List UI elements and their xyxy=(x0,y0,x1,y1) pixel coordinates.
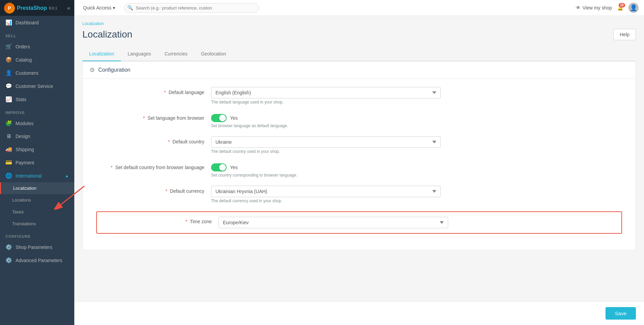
customers-icon: 👤 xyxy=(5,70,12,76)
user-avatar[interactable]: 👤 xyxy=(628,3,639,13)
sidebar-subitem-label: Localization xyxy=(13,186,36,191)
sidebar-item-design[interactable]: 🖥 Design xyxy=(0,130,74,143)
sidebar-item-international[interactable]: 🌐 International ▲ xyxy=(0,169,74,182)
required-star: * xyxy=(143,115,145,121)
view-shop-button[interactable]: 👁 View my shop xyxy=(576,5,612,10)
sidebar-item-shipping[interactable]: 🚚 Shipping xyxy=(0,143,74,156)
sidebar-item-customer-service[interactable]: 💬 Customer Service xyxy=(0,79,74,93)
sidebar-item-label: Design xyxy=(16,134,30,139)
collapse-sidebar-button[interactable]: « xyxy=(67,5,70,11)
sidebar-item-label: Orders xyxy=(16,44,30,49)
tab-label: Geolocation xyxy=(201,51,226,56)
sidebar-item-label: Customer Service xyxy=(16,84,53,89)
shipping-icon: 🚚 xyxy=(5,146,12,153)
topbar: Quick Access ▾ 🔍 👁 View my shop 🔔 28 👤 xyxy=(74,0,644,16)
field-label: * Default language xyxy=(96,87,211,95)
field-label: * Set language from browser xyxy=(96,113,211,121)
notifications-button[interactable]: 🔔 28 xyxy=(617,5,623,10)
orders-icon: 🛒 xyxy=(5,43,12,50)
field-label: * Set default country from browser langu… xyxy=(96,162,211,170)
chevron-up-icon: ▲ xyxy=(65,173,69,178)
sidebar-item-label: Stats xyxy=(16,97,26,102)
sidebar-item-label: Dashboard xyxy=(16,20,39,25)
logo[interactable]: P PrestaShop 8.0.1 xyxy=(4,3,57,14)
tab-localization[interactable]: Localization xyxy=(82,47,121,61)
default-currency-select[interactable]: Ukrainian Hryvnia (UAH) xyxy=(211,186,441,197)
quick-access-label: Quick Access xyxy=(83,5,111,10)
quick-access-button[interactable]: Quick Access ▾ xyxy=(80,3,119,13)
sidebar-section-improve: IMPROVE xyxy=(0,106,74,117)
sidebar-item-dashboard[interactable]: 📊 Dashboard xyxy=(0,16,74,29)
save-button-wrap: Save xyxy=(74,301,644,325)
sidebar-item-modules[interactable]: 🧩 Modules xyxy=(0,117,74,130)
field-hint: The default country used in your shop. xyxy=(211,149,622,154)
view-shop-label: View my shop xyxy=(583,5,612,10)
field-control: Europe/Kiev xyxy=(218,217,615,228)
toggle-wrap: Yes xyxy=(211,162,622,171)
logo-text: PrestaShop xyxy=(17,5,47,11)
sidebar-subitem-taxes[interactable]: Taxes xyxy=(0,206,74,218)
sidebar-item-customers[interactable]: 👤 Customers xyxy=(0,66,74,79)
sidebar-item-stats[interactable]: 📈 Stats xyxy=(0,93,74,106)
sidebar-subitem-label: Translations xyxy=(12,221,36,226)
label-text: Set default country from browser languag… xyxy=(115,165,204,170)
tab-label: Languages xyxy=(128,51,151,56)
stats-icon: 📈 xyxy=(5,96,12,102)
field-country-from-browser: * Set default country from browser langu… xyxy=(96,162,622,178)
card-header: ⚙ Configuration xyxy=(83,62,636,79)
tabs-bar: Localization Languages Currencies Geoloc… xyxy=(82,47,636,61)
field-control: Yes Set country corresponding to browser… xyxy=(211,162,622,178)
page-header: Localization Help xyxy=(82,29,636,40)
tab-currencies[interactable]: Currencies xyxy=(158,47,194,61)
field-control: English (English) The default language u… xyxy=(211,87,622,105)
sidebar-item-catalog[interactable]: 📦 Catalog xyxy=(0,53,74,66)
sidebar-item-label: International xyxy=(16,173,42,179)
default-language-select[interactable]: English (English) xyxy=(211,87,441,98)
topbar-right: 👁 View my shop 🔔 28 👤 xyxy=(576,3,639,13)
country-from-browser-toggle[interactable] xyxy=(211,163,227,171)
design-icon: 🖥 xyxy=(5,133,12,139)
search-input[interactable] xyxy=(124,3,259,13)
payment-icon: 💳 xyxy=(5,159,12,166)
search-icon: 🔍 xyxy=(127,5,133,10)
tab-languages[interactable]: Languages xyxy=(121,47,158,61)
sidebar-section-configure: CONFIGURE xyxy=(0,230,74,240)
save-button[interactable]: Save xyxy=(606,307,636,320)
sidebar-subitem-translations[interactable]: Translations xyxy=(0,218,74,230)
help-button[interactable]: Help xyxy=(613,29,636,40)
sidebar-item-label: Modules xyxy=(16,121,33,126)
tab-label: Localization xyxy=(89,51,114,56)
required-star: * xyxy=(165,188,167,194)
time-zone-select[interactable]: Europe/Kiev xyxy=(218,217,448,228)
toggle-label: Yes xyxy=(230,165,238,170)
tab-geolocation[interactable]: Geolocation xyxy=(194,47,233,61)
field-default-currency: * Default currency Ukrainian Hryvnia (UA… xyxy=(96,186,622,203)
dashboard-icon: 📊 xyxy=(5,19,12,26)
sidebar-item-orders[interactable]: 🛒 Orders xyxy=(0,40,74,53)
field-hint: The default currency used in your shop. xyxy=(211,199,622,203)
language-from-browser-toggle[interactable] xyxy=(211,114,227,122)
breadcrumb: Localization xyxy=(82,21,636,26)
sidebar-item-advanced-parameters[interactable]: ⚙️ Advanced Parameters xyxy=(0,254,74,267)
field-hint: Set browser language as default language… xyxy=(211,123,622,128)
sidebar-item-payment[interactable]: 💳 Payment xyxy=(0,156,74,169)
main-content: Quick Access ▾ 🔍 👁 View my shop 🔔 28 👤 L… xyxy=(74,0,644,325)
logo-shop: Shop xyxy=(33,5,47,11)
eye-icon: 👁 xyxy=(576,5,581,10)
field-default-country: * Default country Ukraine The default co… xyxy=(96,136,622,154)
required-star: * xyxy=(164,90,166,95)
default-country-select[interactable]: Ukraine xyxy=(211,136,441,148)
required-star: * xyxy=(168,139,170,144)
tab-label: Currencies xyxy=(164,51,187,56)
catalog-icon: 📦 xyxy=(5,56,12,63)
field-control: Yes Set browser language as default lang… xyxy=(211,113,622,128)
sidebar-item-shop-parameters[interactable]: ⚙️ Shop Parameters xyxy=(0,240,74,254)
sidebar: P PrestaShop 8.0.1 « 📊 Dashboard SELL 🛒 … xyxy=(0,0,74,325)
sidebar-subitem-locations[interactable]: Locations xyxy=(0,194,74,206)
toggle-wrap: Yes xyxy=(211,113,622,122)
sidebar-header: P PrestaShop 8.0.1 « xyxy=(0,0,74,16)
sidebar-subitem-localization[interactable]: Localization xyxy=(0,182,74,194)
user-icon: 👤 xyxy=(630,4,637,11)
advanced-params-icon: ⚙️ xyxy=(5,257,12,263)
search-bar[interactable]: 🔍 xyxy=(124,3,259,13)
